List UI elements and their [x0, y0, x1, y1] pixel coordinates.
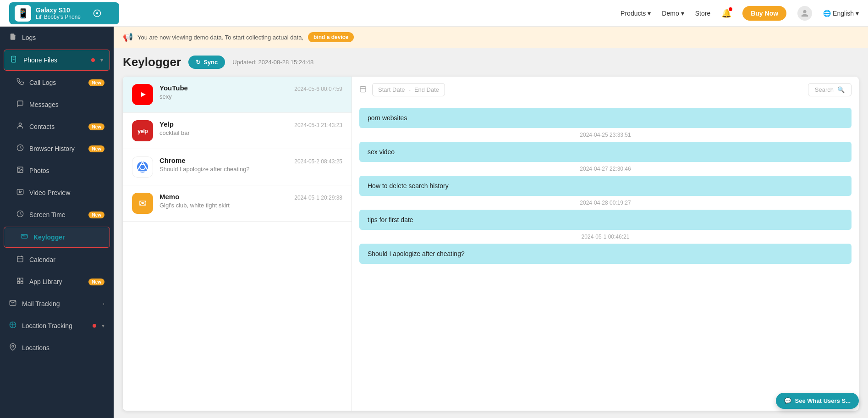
date-filter[interactable]: Start Date - End Date: [372, 83, 445, 96]
log-item-youtube[interactable]: YouTube sexy 2024-05-6 00:07:59: [123, 77, 352, 113]
buy-now-button[interactable]: Buy Now: [742, 6, 786, 21]
right-panel: Start Date - End Date Search 🔍 porn webs…: [352, 77, 859, 411]
messages-label: Messages: [29, 101, 104, 108]
keylogger-label: Keylogger: [33, 234, 103, 241]
browser-history-icon: [16, 144, 24, 153]
log-item-yelp[interactable]: yelp Yelp cocktail bar 2024-05-3 21:43:2…: [123, 113, 352, 149]
products-link[interactable]: Products ▾: [621, 10, 651, 17]
logs-label: Logs: [22, 34, 104, 41]
chrome-icon: [132, 156, 153, 178]
log-preview: Gigi's club, white tight skirt: [159, 202, 288, 209]
sync-icon: ↻: [196, 59, 201, 66]
mail-tracking-icon: [9, 299, 16, 308]
log-app-name: Yelp: [159, 120, 288, 128]
calendar-small-icon: [359, 85, 367, 95]
log-item-chrome[interactable]: Chrome Should I apologize after cheating…: [123, 149, 352, 185]
date-separator: -: [409, 86, 411, 93]
contacts-icon: [16, 122, 24, 131]
svg-rect-23: [21, 278, 23, 280]
left-panel: YouTube sexy 2024-05-6 00:07:59 yelp Yel…: [123, 77, 352, 411]
log-info: Yelp cocktail bar: [159, 120, 288, 136]
search-entry-1: porn websites: [359, 108, 852, 128]
new-badge: New: [88, 212, 104, 218]
log-info: Chrome Should I apologize after cheating…: [159, 156, 288, 173]
location-tracking-icon: [9, 321, 16, 330]
chevron-down-icon: ▾: [856, 10, 859, 17]
two-panel-container: YouTube sexy 2024-05-6 00:07:59 yelp Yel…: [123, 77, 859, 411]
log-app-name: YouTube: [159, 84, 288, 92]
user-name: Lil' Bobby's Phone: [36, 14, 81, 20]
sync-button[interactable]: ↻ Sync: [188, 56, 225, 69]
store-link[interactable]: Store: [695, 10, 710, 17]
app-library-label: App Library: [29, 278, 83, 285]
phone-icon: 📱: [17, 8, 29, 19]
sidebar-item-photos[interactable]: Photos: [0, 160, 114, 182]
mail-tracking-label: Mail Tracking: [22, 300, 97, 307]
search-box[interactable]: Search 🔍: [808, 83, 852, 96]
phone-files-icon: [11, 56, 18, 65]
sidebar-item-screen-time[interactable]: Screen Time New: [0, 204, 114, 226]
new-badge: New: [88, 123, 104, 130]
demo-banner-text: You are now viewing demo data. To start …: [137, 34, 303, 41]
phone-files-label: Phone Files: [23, 56, 86, 64]
log-time: 2024-05-1 20:29:38: [294, 195, 342, 201]
svg-point-33: [140, 165, 145, 169]
logs-icon: [9, 33, 16, 42]
dot-indicator: [91, 58, 95, 62]
demo-link[interactable]: Demo ▾: [662, 10, 684, 17]
chevron-down-icon: ▾: [681, 10, 684, 17]
sidebar-item-location-tracking[interactable]: Location Tracking ▾: [0, 315, 114, 337]
notification-bell[interactable]: 🔔: [721, 8, 731, 18]
screen-time-icon: [16, 210, 24, 219]
sidebar-item-logs[interactable]: Logs: [0, 27, 114, 49]
sidebar-item-mail-tracking[interactable]: Mail Tracking ›: [0, 293, 114, 315]
log-preview: cocktail bar: [159, 129, 288, 136]
chevron-right-icon: ›: [103, 301, 104, 307]
svg-point-1: [96, 12, 99, 14]
new-badge: New: [88, 145, 104, 152]
device-name: Galaxy S10: [36, 6, 81, 14]
messages-icon: [16, 100, 24, 109]
user-avatar[interactable]: [797, 6, 812, 21]
sidebar-item-app-library[interactable]: App Library New: [0, 271, 114, 293]
start-date-placeholder: Start Date: [378, 86, 405, 93]
bind-device-button[interactable]: bind a device: [308, 32, 354, 42]
demo-banner: 📢 You are now viewing demo data. To star…: [114, 27, 868, 48]
app-library-icon: [16, 277, 24, 286]
chevron-icon: ▾: [100, 57, 103, 63]
video-preview-icon: [16, 188, 24, 197]
svg-rect-12: [21, 234, 27, 238]
brand-icon: 📱: [15, 5, 31, 22]
location-tracking-label: Location Tracking: [22, 322, 87, 329]
sidebar-item-calendar[interactable]: Calendar: [0, 249, 114, 271]
svg-rect-22: [17, 278, 20, 280]
sidebar-item-contacts[interactable]: Contacts New: [0, 116, 114, 138]
new-badge: New: [88, 279, 104, 285]
search-entry-5: Should I apologize after cheating?: [359, 244, 852, 264]
sidebar-item-call-logs[interactable]: Call Logs New: [0, 72, 114, 94]
call-logs-label: Call Logs: [29, 79, 83, 86]
sidebar-item-messages[interactable]: Messages: [0, 94, 114, 116]
sidebar-item-locations[interactable]: Locations: [0, 337, 114, 359]
brand-text: Galaxy S10 Lil' Bobby's Phone: [36, 6, 81, 20]
updated-text: Updated: 2024-08-28 15:24:48: [232, 59, 313, 66]
search-entry-4: tips for first date: [359, 210, 852, 230]
search-placeholder: Search: [815, 86, 834, 93]
language-selector[interactable]: 🌐 English ▾: [823, 10, 859, 17]
log-time: 2024-05-6 00:07:59: [294, 86, 342, 92]
brand-logo[interactable]: 📱 Galaxy S10 Lil' Bobby's Phone: [9, 2, 119, 24]
youtube-icon: [132, 84, 153, 105]
svg-rect-18: [17, 256, 23, 262]
screen-time-label: Screen Time: [29, 211, 83, 218]
log-preview: Should I apologize after cheating?: [159, 166, 288, 173]
sidebar-item-video-preview[interactable]: Video Preview: [0, 182, 114, 204]
bell-dot: [729, 7, 732, 11]
sidebar-item-phone-files[interactable]: Phone Files ▾: [4, 50, 110, 71]
sidebar-item-browser-history[interactable]: Browser History New: [0, 138, 114, 160]
locations-label: Locations: [22, 344, 104, 351]
sidebar-item-keylogger[interactable]: Keylogger: [4, 227, 110, 248]
video-preview-label: Video Preview: [29, 189, 104, 196]
log-item-memo[interactable]: ✉ Memo Gigi's club, white tight skirt 20…: [123, 185, 352, 222]
chat-widget[interactable]: 💬 See What Users S...: [776, 393, 859, 409]
memo-icon: ✉: [132, 193, 153, 214]
